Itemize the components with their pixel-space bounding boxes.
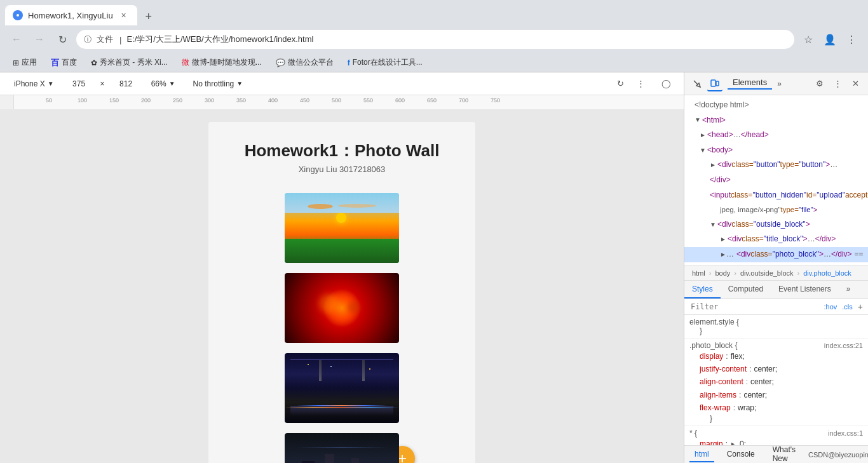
css-filter-input[interactable]: [689, 302, 819, 312]
apps-icon: ⊞: [13, 58, 19, 67]
css-selector-star: * { index.css:1: [689, 429, 863, 438]
expand-icon: ►: [720, 234, 728, 245]
tree-outside-block[interactable]: ▼ <div class= "outside_block" >: [684, 217, 868, 232]
tree-input-cont[interactable]: jpeg, image/x-png" type= "file" >: [684, 203, 868, 217]
tree-button-div[interactable]: ► <div class= "button" type= "button" > …: [684, 158, 868, 173]
console-bar: html Console What's New CSDN@biyezuopinv…: [684, 445, 868, 463]
expand-icon: ▼: [710, 219, 717, 231]
browser-chrome: Homework1, XingyuLiu × + ← → ↻ ⓘ 文件 | E:…: [0, 0, 868, 72]
css-photo-block-rule: .photo_block { index.css:21 display : fl…: [684, 339, 868, 427]
zoom-selector[interactable]: 66% ▼: [147, 78, 179, 90]
tab-close-button[interactable]: ×: [118, 10, 130, 21]
new-tab-button[interactable]: +: [140, 8, 158, 25]
bookmark-xiumi[interactable]: ✿ 秀米首页 - 秀米 Xi...: [86, 56, 173, 69]
tab-styles[interactable]: Styles: [684, 281, 721, 299]
tree-div-close-1[interactable]: </div>: [684, 173, 868, 188]
file-label: 文件: [97, 34, 113, 45]
add-css-rule[interactable]: +: [858, 302, 863, 312]
bookmark-weibo[interactable]: 微 微博-随时随地发现...: [177, 56, 267, 69]
more-tabs-icon[interactable]: »: [777, 79, 782, 88]
css-align-content: align-content : center;: [700, 375, 863, 388]
breadcrumb-body[interactable]: body: [712, 269, 733, 278]
tab-favicon: [13, 10, 23, 20]
reload-button[interactable]: ↻: [53, 30, 71, 48]
tree-doctype[interactable]: <!doctype html>: [684, 98, 868, 113]
page-title-area: Homework1：Photo Wall Xingyu Liu 30172180…: [208, 122, 475, 187]
device-toggle-icon[interactable]: [707, 76, 722, 91]
throttle-selector[interactable]: No throttling ▼: [189, 78, 247, 90]
throttle-value: No throttling: [193, 79, 234, 88]
weibo-icon: 微: [182, 57, 189, 68]
devtools-top-icons: [689, 76, 722, 91]
profile-icon[interactable]: 👤: [821, 30, 839, 48]
width-input[interactable]: [68, 79, 90, 89]
tree-input[interactable]: <input class= "button_hidden" id= "uploa…: [684, 188, 868, 203]
url-text: E:/学习/大三上/WEB/大作业/homework1/index.html: [126, 34, 313, 45]
address-bar[interactable]: ⓘ 文件 | E:/学习/大三上/WEB/大作业/homework1/index…: [76, 30, 794, 49]
rotate-icon[interactable]: ↻: [613, 76, 628, 91]
bookmark-apps[interactable]: ⊞ 应用: [8, 56, 42, 69]
expand-icon: ▼: [700, 145, 707, 156]
settings-icon[interactable]: ⚙: [812, 76, 827, 91]
whats-new-tab[interactable]: What's New: [768, 443, 801, 464]
toolbar-icons: ☆ 👤 ⋮: [799, 30, 860, 48]
more-options-icon[interactable]: ⋮: [633, 76, 648, 91]
tab-bar: Homework1, XingyuLiu × +: [0, 0, 868, 25]
photos-container: +: [208, 187, 475, 463]
tree-title-block[interactable]: ► <div class= "title_block" > … </div>: [684, 232, 868, 247]
breadcrumb-bar: html › body › div.outside_block › div.ph…: [684, 265, 868, 281]
ruler-area: 50 100 150 200 250 300 350 400 450 500 5…: [0, 95, 684, 109]
browser-tab[interactable]: Homework1, XingyuLiu ×: [5, 5, 137, 25]
console-tab[interactable]: Console: [722, 447, 760, 462]
styles-header: Styles Computed Event Listeners »: [684, 281, 868, 299]
inspect-icon[interactable]: [689, 76, 705, 91]
menu-icon[interactable]: ⋮: [843, 30, 860, 48]
css-selector-element-style: element.style {: [689, 318, 863, 326]
height-input[interactable]: [115, 79, 137, 89]
breadcrumb-html[interactable]: html: [689, 269, 708, 278]
tree-photo-block[interactable]: ► … <div class= "photo_block" > … </div>…: [684, 247, 868, 262]
bookmarks-bar: ⊞ 应用 百 百度 ✿ 秀米首页 - 秀米 Xi... 微 微博-随时随地发现.…: [0, 53, 868, 72]
console-html-tab[interactable]: html: [689, 447, 714, 462]
tree-html-open[interactable]: ▼ <html>: [684, 113, 868, 128]
console-right-label: CSDN@biyezuopinvip: [808, 451, 868, 459]
bookmark-fotor[interactable]: f Fotor在线设计工具...: [342, 56, 428, 69]
breadcrumb-outside-block[interactable]: div.outside_block: [738, 269, 796, 278]
elements-tab-label[interactable]: Elements: [728, 77, 772, 90]
tree-body-open[interactable]: ▼ <body>: [684, 143, 868, 158]
photo-item-3[interactable]: [285, 353, 399, 423]
device-toolbar-icons: ↻ ⋮: [613, 76, 648, 91]
vertical-dots-icon[interactable]: ⋮: [830, 76, 845, 91]
svg-rect-3: [716, 81, 719, 86]
tab-computed[interactable]: Computed: [721, 281, 771, 299]
lock-icon: ⓘ: [84, 34, 92, 45]
css-justify-content: justify-content : center;: [700, 363, 863, 375]
page-preview: Homework1：Photo Wall Xingyu Liu 30172180…: [0, 109, 684, 463]
tree-bottom-block[interactable]: ► <div class= "bottom_block" > … </div>: [684, 262, 868, 265]
bookmark-star-icon[interactable]: ☆: [799, 30, 817, 48]
css-selector-photo-block: .photo_block { index.css:21: [689, 341, 863, 350]
forward-button[interactable]: →: [31, 30, 48, 48]
back-button[interactable]: ←: [8, 30, 25, 48]
photo-item-1[interactable]: [285, 193, 399, 263]
cls-filter[interactable]: .cls: [842, 303, 853, 311]
bookmark-baidu[interactable]: 百 百度: [46, 56, 82, 70]
no-throttle-icon[interactable]: ◯: [658, 76, 674, 91]
device-selector[interactable]: iPhone X ▼: [10, 78, 58, 90]
bookmark-wechat[interactable]: 💬 微信公众平台: [271, 56, 339, 69]
photo-item-2[interactable]: [285, 273, 399, 343]
devtools-right-icons: ⚙ ⋮ ✕: [812, 76, 863, 91]
tree-head[interactable]: ► <head> … </head>: [684, 128, 868, 143]
tab-more[interactable]: »: [839, 281, 858, 299]
hov-filter[interactable]: :hov: [824, 303, 837, 311]
breadcrumb-photo-block[interactable]: div.photo_block: [801, 269, 854, 278]
css-align-items: align-items : center;: [700, 389, 863, 401]
photo-item-4[interactable]: [285, 433, 399, 463]
dimension-separator: ×: [100, 79, 105, 88]
address-bar-row: ← → ↻ ⓘ 文件 | E:/学习/大三上/WEB/大作业/homework1…: [0, 25, 868, 53]
css-display: display : flex;: [700, 350, 863, 363]
css-body-photo-block: display : flex; justify-content : center…: [689, 350, 863, 424]
close-devtools-icon[interactable]: ✕: [848, 76, 863, 91]
tab-event-listeners[interactable]: Event Listeners: [771, 281, 839, 299]
expand-icon: ►: [720, 249, 726, 260]
